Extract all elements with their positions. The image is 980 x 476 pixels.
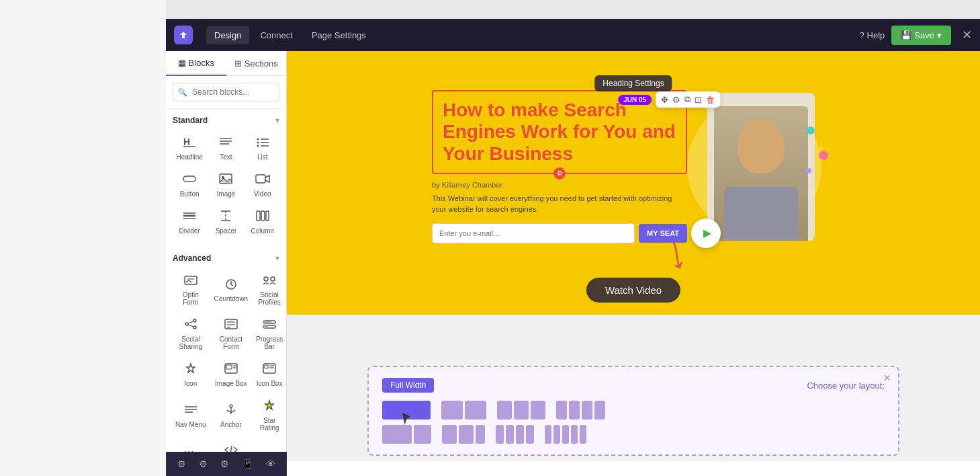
svg-point-28 bbox=[271, 277, 275, 281]
block-divider[interactable]: Divider bbox=[173, 204, 206, 239]
left-panel-background bbox=[0, 0, 166, 476]
block-icon-label: Icon bbox=[184, 380, 197, 387]
tab-sections[interactable]: ⊞ Sections bbox=[226, 51, 287, 75]
search-wrap bbox=[173, 83, 279, 102]
block-button[interactable]: Button bbox=[173, 167, 206, 202]
tab-blocks[interactable]: ▦ Blocks bbox=[166, 51, 226, 76]
block-countdown[interactable]: Countdown bbox=[212, 268, 251, 310]
element-toolbar-icons: ✥ ⚙ ⧉ ⊡ 🗑 bbox=[656, 91, 720, 108]
block-star-rating[interactable]: Star Rating bbox=[253, 394, 285, 436]
block-social-profiles[interactable]: Social Profiles bbox=[253, 268, 285, 310]
block-video[interactable]: Video bbox=[246, 167, 279, 202]
top-bar-actions: ? Help 💾 Save ▾ ✕ bbox=[859, 26, 972, 45]
close-button[interactable]: ✕ bbox=[962, 28, 972, 42]
play-button[interactable] bbox=[691, 219, 721, 248]
hero-byline: by Killarney Chamber bbox=[432, 181, 687, 189]
save-button[interactable]: 💾 Save ▾ bbox=[891, 26, 951, 45]
anchor-icon bbox=[224, 403, 238, 418]
block-column[interactable]: Column bbox=[246, 204, 279, 239]
settings-icon[interactable]: 👁 bbox=[266, 459, 275, 469]
duplicate-icon[interactable]: ⧉ bbox=[684, 94, 691, 105]
layout-picker: ✕ Full Width Choose your layout: bbox=[367, 366, 899, 456]
element-toolbar: JUN 05 ✥ ⚙ ⧉ ⊡ 🗑 bbox=[618, 91, 720, 108]
block-star-rating-label: Star Rating bbox=[256, 417, 283, 432]
block-icon-box[interactable]: Icon Box bbox=[253, 357, 285, 391]
svg-rect-11 bbox=[183, 176, 195, 182]
block-nav-menu[interactable]: Nav Menu bbox=[173, 394, 209, 436]
block-image[interactable]: Image bbox=[209, 167, 242, 202]
delete-icon[interactable]: 🗑 bbox=[706, 95, 715, 105]
layout-1col[interactable] bbox=[382, 401, 431, 420]
layout-2col[interactable] bbox=[441, 401, 486, 420]
svg-rect-24 bbox=[185, 276, 197, 284]
layout-2plus1col[interactable] bbox=[382, 425, 431, 444]
top-nav: Design Connect Page Settings bbox=[206, 26, 846, 44]
settings-gear-icon[interactable]: ⚙ bbox=[672, 95, 680, 105]
block-column-label: Column bbox=[251, 227, 274, 235]
advanced-section: Advanced ▾ Optin Form Countdown Social bbox=[166, 247, 286, 476]
sections-icon: ⊞ bbox=[234, 58, 242, 69]
block-video-label: Video bbox=[254, 190, 271, 198]
bottom-section: Simple & Convenient See how it works bbox=[287, 461, 980, 476]
blocks-icon: ▦ bbox=[178, 58, 186, 68]
cta-button[interactable]: MY SEAT bbox=[639, 224, 687, 243]
person-silhouette bbox=[714, 106, 808, 241]
standard-section-header[interactable]: Standard ▾ bbox=[173, 116, 279, 125]
sidebar-tabs: ▦ Blocks ⊞ Sections bbox=[166, 51, 286, 76]
image-box-icon bbox=[224, 362, 238, 377]
bottom-toolbar: ⚙ ⚙ ⚙ 📱 👁 bbox=[166, 452, 287, 476]
block-anchor[interactable]: Anchor bbox=[212, 394, 251, 436]
full-width-tab[interactable]: Full Width bbox=[382, 378, 434, 393]
layout-close-button[interactable]: ✕ bbox=[883, 372, 891, 383]
svg-rect-47 bbox=[265, 365, 268, 368]
device-tablet-icon[interactable]: ⚙ bbox=[199, 459, 208, 469]
block-text[interactable]: Text bbox=[209, 130, 242, 165]
advanced-section-header[interactable]: Advanced ▾ bbox=[173, 253, 279, 263]
standard-block-grid: H Headline Text List Button bbox=[173, 130, 279, 239]
device-mobile-icon[interactable]: ⚙ bbox=[220, 459, 229, 469]
block-image-label: Image bbox=[217, 190, 236, 198]
layout-3col[interactable] bbox=[497, 401, 545, 420]
search-input[interactable] bbox=[173, 83, 279, 102]
block-text-label: Text bbox=[220, 153, 232, 161]
block-spacer[interactable]: Spacer bbox=[209, 204, 242, 239]
device-desktop-icon[interactable]: ⚙ bbox=[177, 459, 186, 469]
svg-point-27 bbox=[264, 277, 268, 281]
move-icon[interactable]: ✥ bbox=[661, 95, 668, 105]
block-headline[interactable]: H Headline bbox=[173, 130, 206, 165]
layout-5col[interactable] bbox=[496, 425, 534, 444]
nav-page-settings[interactable]: Page Settings bbox=[304, 26, 374, 44]
progress-bar-icon bbox=[262, 318, 277, 333]
svg-point-29 bbox=[193, 319, 196, 322]
nav-design[interactable]: Design bbox=[206, 26, 249, 44]
layout-4col[interactable] bbox=[556, 401, 605, 420]
watch-video-label[interactable]: Watch Video bbox=[586, 278, 680, 303]
block-nav-menu-label: Nav Menu bbox=[175, 421, 206, 428]
layout-221col[interactable] bbox=[442, 425, 485, 444]
block-contact-form[interactable]: Contact Form bbox=[212, 313, 251, 354]
block-list[interactable]: List bbox=[246, 130, 279, 165]
svg-point-5 bbox=[257, 138, 259, 141]
button-icon bbox=[182, 173, 197, 188]
block-countdown-label: Countdown bbox=[214, 295, 249, 303]
nav-connect[interactable]: Connect bbox=[252, 26, 300, 44]
block-image-box[interactable]: Image Box bbox=[212, 357, 251, 391]
email-input[interactable] bbox=[432, 223, 635, 243]
confetti-dot-1 bbox=[807, 126, 815, 134]
block-social-sharing[interactable]: Social Sharing bbox=[173, 313, 209, 354]
hero-form: MY SEAT bbox=[432, 223, 687, 243]
block-icon[interactable]: Icon bbox=[173, 357, 209, 391]
headline-icon: H bbox=[182, 136, 197, 151]
layout-6col[interactable] bbox=[545, 425, 586, 444]
countdown-icon bbox=[224, 278, 238, 292]
sidebar: ▦ Blocks ⊞ Sections Standard ▾ H Headlin… bbox=[166, 19, 287, 476]
heading-settings-bar: Heading Settings bbox=[594, 75, 672, 91]
hero-edit-icon[interactable]: ⚙ bbox=[553, 167, 566, 180]
block-spacer-label: Spacer bbox=[216, 227, 237, 235]
copy-icon[interactable]: ⊡ bbox=[695, 95, 702, 105]
block-optin-form[interactable]: Optin Form bbox=[173, 268, 209, 310]
preview-icon[interactable]: 📱 bbox=[242, 459, 253, 469]
social-sharing-icon bbox=[183, 318, 198, 333]
block-progress-bar[interactable]: Progress Bar bbox=[253, 313, 285, 354]
help-button[interactable]: ? Help bbox=[859, 30, 885, 40]
